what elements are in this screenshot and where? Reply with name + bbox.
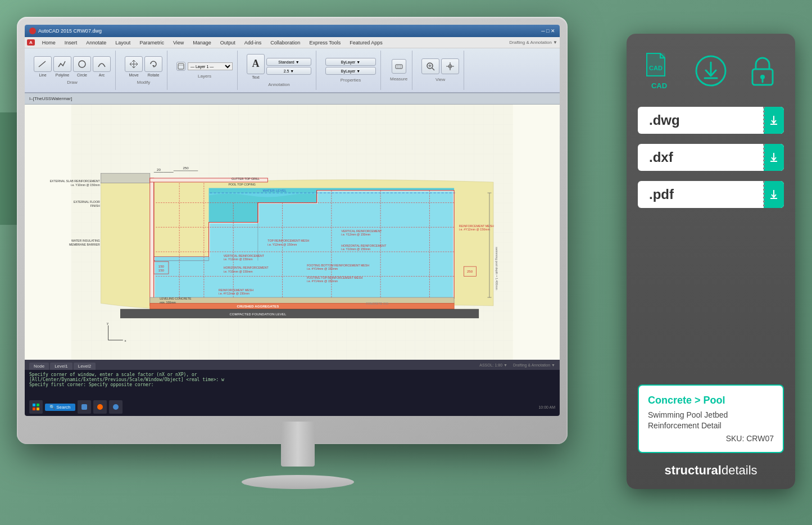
svg-text:EXTERNAL FLOOR: EXTERNAL FLOOR	[74, 200, 100, 203]
taskbar-icon-3[interactable]	[109, 400, 123, 414]
tab-layout2[interactable]: Level2	[74, 363, 96, 370]
svg-text:WATER LEVEL: WATER LEVEL	[263, 188, 287, 192]
pan-btn[interactable]	[441, 58, 459, 74]
ribbon-text-btn[interactable]: A	[247, 54, 265, 74]
svg-rect-34	[150, 304, 454, 309]
menu-manage[interactable]: Manage	[191, 40, 213, 46]
svg-text:150: 150	[158, 264, 165, 268]
product-info-box: Concrete > Pool Swimming Pool Jetbed Rei…	[638, 384, 784, 453]
svg-rect-90	[37, 408, 39, 410]
workspace-indicator: Drafting & Annotation ▼	[513, 363, 555, 367]
menu-annotate[interactable]: Annotate	[84, 40, 108, 46]
menu-insert[interactable]: Insert	[63, 40, 79, 46]
svg-rect-16	[150, 178, 154, 306]
svg-text:FOOTING TOP REINFORCEMENT MESH: FOOTING TOP REINFORCEMENT MESH	[307, 276, 362, 279]
monitor-stand-base	[242, 475, 354, 489]
product-sku: SKU: CRW07	[648, 434, 774, 443]
taskbar-icon-2[interactable]	[93, 400, 107, 414]
tab-bar: Node Level1 Level2 ASSOL: 1:80 ▼ Draftin…	[25, 360, 560, 370]
svg-text:FINISH: FINISH	[90, 204, 100, 207]
command-line1: Specify corner of window, enter a scale …	[29, 372, 555, 377]
product-name-line1: Swimming Pool Jetbed	[648, 410, 728, 419]
product-name: Swimming Pool Jetbed Reinforcement Detai…	[648, 410, 774, 432]
properties-dropdown[interactable]: ByLayer ▼	[325, 58, 376, 66]
svg-text:CAD: CAD	[649, 65, 663, 71]
svg-text:FOOTING BOTTOM REINFORCEMENT M: FOOTING BOTTOM REINFORCEMENT MESH	[307, 264, 369, 267]
cad-label: CAD	[651, 82, 667, 90]
download-icon-box[interactable]	[691, 51, 731, 91]
autodesk-button[interactable]: A	[27, 39, 35, 46]
start-button[interactable]	[29, 400, 43, 414]
svg-text:HORIZONTAL REINFORCEMENT: HORIZONTAL REINFORCEMENT	[341, 244, 387, 247]
monitor-screen: AutoCAD 2015 CRW07.dwg ─ □ ✕ A Home Inse…	[25, 25, 560, 416]
layer-dropdown[interactable]: — Layer 1 —	[188, 62, 233, 70]
ribbon-move-btn[interactable]	[125, 56, 143, 72]
menu-view[interactable]: View	[171, 40, 185, 46]
spacer	[638, 218, 784, 374]
cad-ribbon: Line Polyline	[25, 48, 560, 93]
ribbon-rotate-btn[interactable]	[144, 56, 162, 72]
lock-icon	[748, 55, 777, 87]
svg-text:150: 150	[158, 268, 165, 272]
linetype-dropdown[interactable]: ByLayer ▼	[325, 67, 376, 75]
cad-workspace[interactable]: CRUSHED AGGREGATES COMPACTED FOUNDATION …	[25, 105, 560, 360]
measure-btn[interactable]	[392, 59, 406, 74]
svg-point-1	[79, 61, 85, 67]
svg-text:i.e. Y10mm @ 150mm: i.e. Y10mm @ 150mm	[71, 183, 100, 187]
window-controls: ─ □ ✕	[541, 28, 555, 34]
svg-text:COMPACTED FOUNDATION LEVEL: COMPACTED FOUNDATION LEVEL	[229, 312, 287, 316]
svg-text:20: 20	[157, 168, 161, 171]
tab-model[interactable]: Node	[29, 363, 49, 370]
tab-layout1[interactable]: Level1	[50, 363, 72, 370]
ribbon-polyline-btn[interactable]	[53, 56, 71, 72]
svg-line-9	[432, 68, 434, 70]
menu-home[interactable]: Home	[40, 40, 57, 46]
menu-express[interactable]: Express Tools	[307, 40, 342, 46]
svg-text:250: 250	[467, 269, 473, 273]
svg-text:GUTTER TOP GRILL: GUTTER TOP GRILL	[232, 177, 260, 180]
menu-output[interactable]: Output	[219, 40, 237, 46]
taskbar-icon-1[interactable]	[78, 400, 91, 414]
svg-rect-89	[33, 408, 35, 410]
ribbon-arc-btn[interactable]	[93, 56, 111, 72]
ribbon-line-btn[interactable]	[34, 56, 52, 72]
ribbon-draw-group: Line Polyline	[29, 51, 116, 90]
svg-text:i.e. #Y12mm @ 150mm: i.e. #Y12mm @ 150mm	[219, 292, 250, 295]
svg-rect-91	[81, 404, 87, 410]
windows-taskbar: 🔍 Search 10:00 AM	[25, 398, 560, 416]
dxf-tab	[764, 144, 784, 171]
command-line3: Specify first corner: Specify opposite c…	[29, 382, 555, 387]
svg-text:EXTERNAL SLAB REINFORCEMENT: EXTERNAL SLAB REINFORCEMENT	[50, 179, 101, 183]
text-style-dropdown[interactable]: Standard ▼	[266, 58, 311, 66]
svg-text:MEMBRANE BARRIER: MEMBRANE BARRIER	[69, 243, 100, 246]
layer-properties-btn[interactable]	[176, 62, 185, 71]
menu-collab[interactable]: Collaboration	[269, 40, 302, 46]
dwg-button[interactable]: .dwg	[638, 107, 784, 134]
pdf-button[interactable]: .pdf	[638, 181, 784, 208]
pool-drawing: CRUSHED AGGREGATES COMPACTED FOUNDATION …	[25, 105, 560, 360]
svg-line-0	[39, 61, 46, 67]
svg-text:i.e. Y12mm @ 150mm: i.e. Y12mm @ 150mm	[224, 257, 253, 261]
svg-rect-36	[120, 309, 478, 318]
menu-parametric[interactable]: Parametric	[138, 40, 166, 46]
brand-bold: structural	[664, 463, 721, 477]
ribbon-circle-btn[interactable]	[73, 56, 91, 72]
search-bar[interactable]: 🔍 Search	[45, 404, 75, 411]
lock-icon-box[interactable]	[742, 51, 783, 91]
monitor-stand-neck	[281, 422, 315, 467]
cad-file-icon: CAD	[645, 52, 674, 79]
ribbon-view-group: View	[417, 51, 464, 90]
cad-interface: AutoCAD 2015 CRW07.dwg ─ □ ✕ A Home Inse…	[25, 25, 560, 416]
svg-text:i.e. #Y14mm @ 150mm: i.e. #Y14mm @ 150mm	[307, 267, 338, 270]
svg-text:x: x	[124, 338, 126, 342]
text-height-dropdown[interactable]: 2.5 ▼	[266, 67, 311, 75]
cad-menubar: A Home Insert Annotate Layout Parametric…	[25, 37, 560, 48]
brand-name: structuraldetails	[638, 463, 784, 478]
zoom-btn[interactable]	[421, 58, 439, 74]
right-panel: CAD CAD .dwg	[627, 34, 795, 489]
dxf-button[interactable]: .dxf	[638, 144, 784, 171]
zoom-level: ASSOL: 1:80 ▼	[479, 363, 507, 367]
menu-featured[interactable]: Featured Apps	[348, 40, 384, 46]
menu-layout[interactable]: Layout	[114, 40, 132, 46]
menu-addins[interactable]: Add-ins	[243, 40, 264, 46]
